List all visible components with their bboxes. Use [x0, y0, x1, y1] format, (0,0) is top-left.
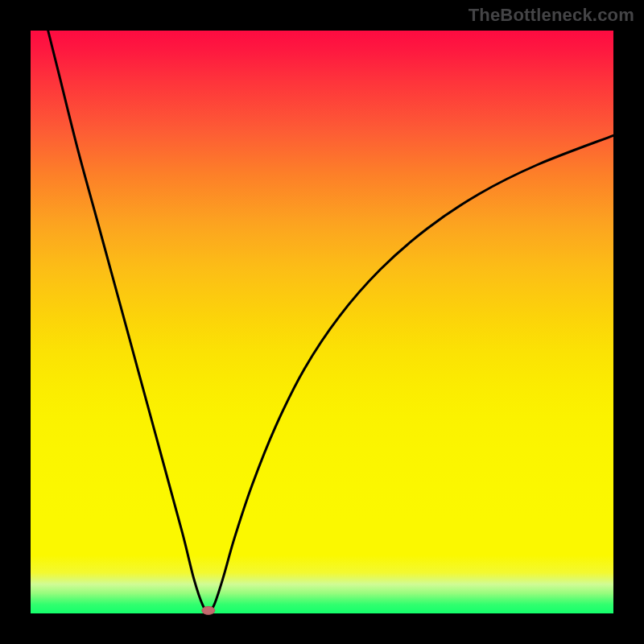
watermark-text: TheBottleneck.com: [469, 5, 634, 26]
chart-frame: TheBottleneck.com: [0, 0, 644, 644]
optimal-point-marker: [202, 606, 215, 614]
bottleneck-curve: [48, 31, 613, 611]
curve-layer: [31, 31, 613, 613]
